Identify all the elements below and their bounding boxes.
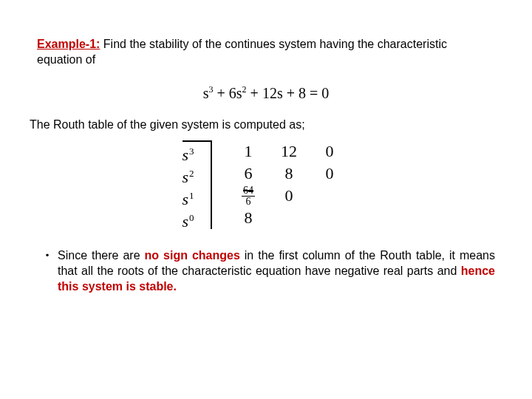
conclusion-bullet: • Since there are no sign changes in the…	[37, 248, 495, 294]
emph-no-sign-changes: no sign changes	[145, 249, 240, 262]
conclusion-text: Since there are no sign changes in the f…	[58, 248, 495, 294]
bullet-icon: •	[37, 248, 58, 294]
routh-label: s0	[182, 207, 194, 229]
routh-values: 1 12 0 6 8 0 64 6 0	[212, 140, 350, 229]
routh-row: 64 6 0	[228, 185, 350, 207]
routh-table: s3 s2 s1 s0 1 12 0 6 8 0	[37, 140, 495, 229]
routh-label: s2	[182, 163, 194, 185]
routh-intro: The Routh table of the given system is c…	[30, 117, 495, 133]
frac-den: 6	[246, 197, 251, 207]
routh-cell-frac: 64 6	[228, 185, 269, 206]
routh-row-labels: s3 s2 s1 s0	[182, 140, 211, 229]
routh-row: 6 8 0	[228, 163, 350, 185]
routh-cell: 0	[269, 186, 310, 205]
routh-cell: 0	[310, 164, 350, 183]
frac-num: 64	[242, 185, 255, 197]
routh-label: s3	[182, 140, 194, 163]
example-prompt: Example-1: Find the stability of the con…	[37, 37, 495, 68]
routh-cell: 12	[269, 142, 310, 161]
routh-cell: 8	[269, 164, 310, 183]
slide-content: Example-1: Find the stability of the con…	[0, 0, 532, 316]
routh-label: s1	[182, 185, 194, 207]
routh-cell: 0	[310, 142, 350, 161]
routh-row: 1 12 0	[228, 140, 350, 163]
routh-cell: 1	[228, 142, 269, 161]
routh-cell: 8	[228, 208, 269, 228]
eq-term: + 6s	[214, 84, 242, 100]
characteristic-equation: s3 + 6s2 + 12s + 8 = 0	[37, 84, 495, 102]
eq-term: s	[203, 84, 209, 100]
routh-row: 8	[228, 207, 350, 229]
example-label: Example-1:	[37, 38, 100, 50]
routh-cell: 6	[228, 164, 269, 183]
eq-term: + 12s + 8 = 0	[247, 84, 330, 100]
